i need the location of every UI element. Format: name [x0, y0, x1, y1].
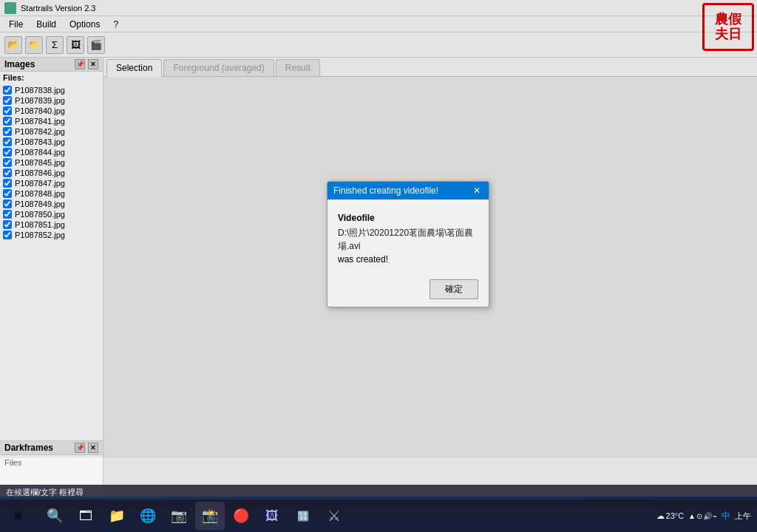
ime-indicator[interactable]: 中: [722, 510, 730, 522]
power-icon: ⌁: [713, 512, 717, 520]
taskbar-lightroom[interactable]: 📸: [195, 502, 225, 530]
ok-button[interactable]: 確定: [430, 279, 478, 299]
expand-tray-icon: ▲: [688, 512, 696, 520]
pinyin-text: 在候選欄/文字 框裡尋: [0, 487, 89, 498]
taskbar-image-viewer[interactable]: 🖼: [257, 502, 287, 530]
videofile-label: Videofile: [338, 211, 478, 225]
taskbar-task-view[interactable]: 🗔: [71, 502, 101, 530]
taskbar-red-app[interactable]: 🔴: [226, 502, 256, 530]
tray-icons[interactable]: ▲ ⊙ 🔊 ⌁: [688, 512, 717, 520]
videofile-path: D:\照片\20201220茗面農場\茗面農場.avi: [338, 226, 478, 253]
taskbar-explorer[interactable]: 📁: [102, 502, 132, 530]
sound-icon: 🔊: [703, 512, 712, 520]
dialog-title: Finished creating videofile!: [333, 185, 438, 196]
dialog-footer: 確定: [327, 275, 489, 307]
taskbar-chrome[interactable]: 🌐: [133, 502, 163, 530]
was-created-text: was created!: [338, 253, 478, 266]
dialog-titlebar: Finished creating videofile! ✕: [327, 182, 489, 200]
weather-icon: ☁: [656, 511, 665, 521]
pinyin-bar: 在候選欄/文字 框裡尋: [0, 485, 757, 499]
taskbar-numbered[interactable]: 🔢: [288, 502, 318, 530]
watermark-logo: 農假 夫日: [702, 3, 754, 51]
taskbar-apps: 🔍 🗔 📁 🌐 📷 📸 🔴 🖼 🔢 ⚔: [37, 499, 352, 532]
dialog-overlay: Finished creating videofile! ✕ Videofile…: [0, 0, 757, 458]
taskbar-search[interactable]: 🔍: [40, 502, 69, 530]
start-icon: ⊞: [15, 511, 22, 521]
network-icon: ⊙: [696, 512, 702, 520]
weather-widget[interactable]: ☁ 23°C: [656, 511, 685, 521]
dialog-body: Videofile D:\照片\20201220茗面農場\茗面農場.avi wa…: [327, 200, 489, 275]
clock[interactable]: 上午: [735, 511, 751, 522]
taskbar-photos[interactable]: 📷: [164, 502, 194, 530]
start-button[interactable]: ⊞: [0, 499, 37, 532]
taskbar-sword[interactable]: ⚔: [319, 502, 349, 530]
taskbar-right: ☁ 23°C ▲ ⊙ 🔊 ⌁ 中 上午: [651, 499, 757, 532]
temperature-text: 23°C: [666, 511, 685, 520]
finished-dialog: Finished creating videofile! ✕ Videofile…: [327, 181, 489, 307]
taskbar: ⊞ 🔍 🗔 📁 🌐 📷 📸 🔴 🖼 🔢 ⚔ ☁ 23°C ▲ ⊙ 🔊 ⌁ 中 上…: [0, 499, 757, 532]
dialog-close-button[interactable]: ✕: [471, 185, 483, 197]
time-text: 上午: [735, 511, 751, 522]
